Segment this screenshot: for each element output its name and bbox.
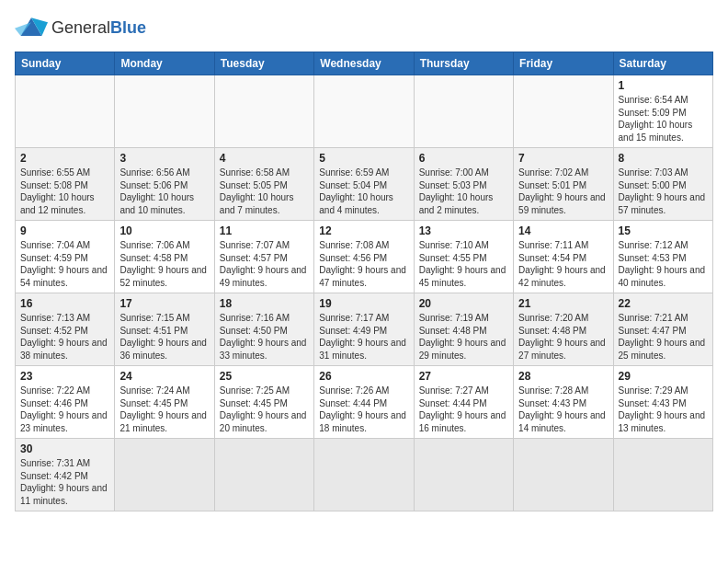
- calendar-cell: 22Sunrise: 7:21 AMSunset: 4:47 PMDayligh…: [613, 293, 712, 366]
- calendar-cell: 6Sunrise: 7:00 AMSunset: 5:03 PMDaylight…: [414, 148, 513, 221]
- calendar-cell: 15Sunrise: 7:12 AMSunset: 4:53 PMDayligh…: [613, 221, 712, 293]
- day-info: Sunrise: 7:12 AMSunset: 4:53 PMDaylight:…: [619, 239, 708, 289]
- calendar-cell: 10Sunrise: 7:06 AMSunset: 4:58 PMDayligh…: [115, 221, 214, 293]
- calendar-cell: 21Sunrise: 7:20 AMSunset: 4:48 PMDayligh…: [514, 293, 613, 366]
- day-number: 12: [319, 224, 408, 237]
- day-info: Sunrise: 7:04 AMSunset: 4:59 PMDaylight:…: [20, 239, 109, 289]
- calendar-cell: 5Sunrise: 6:59 AMSunset: 5:04 PMDaylight…: [314, 148, 414, 221]
- logo-icon: [15, 15, 48, 40]
- day-number: 4: [220, 152, 309, 165]
- day-number: 18: [220, 297, 309, 310]
- page-header: GeneralBlue: [15, 15, 713, 40]
- calendar-cell: [115, 75, 214, 148]
- day-info: Sunrise: 6:59 AMSunset: 5:04 PMDaylight:…: [319, 167, 408, 216]
- day-number: 28: [518, 370, 608, 383]
- day-info: Sunrise: 7:13 AMSunset: 4:52 PMDaylight:…: [20, 312, 109, 362]
- calendar-cell: 11Sunrise: 7:07 AMSunset: 4:57 PMDayligh…: [214, 221, 313, 293]
- calendar-week-row: 23Sunrise: 7:22 AMSunset: 4:46 PMDayligh…: [16, 366, 713, 439]
- day-info: Sunrise: 7:28 AMSunset: 4:43 PMDaylight:…: [518, 385, 608, 434]
- calendar-cell: [214, 75, 313, 148]
- calendar-cell: 14Sunrise: 7:11 AMSunset: 4:54 PMDayligh…: [514, 221, 613, 293]
- day-info: Sunrise: 7:25 AMSunset: 4:45 PMDaylight:…: [220, 385, 309, 434]
- day-number: 3: [119, 152, 209, 165]
- day-number: 10: [119, 224, 209, 237]
- calendar-cell: 3Sunrise: 6:56 AMSunset: 5:06 PMDaylight…: [115, 148, 214, 221]
- calendar-header-row: SundayMondayTuesdayWednesdayThursdayFrid…: [16, 52, 713, 75]
- day-info: Sunrise: 7:22 AMSunset: 4:46 PMDaylight:…: [20, 385, 109, 434]
- day-number: 21: [518, 297, 608, 310]
- day-info: Sunrise: 7:20 AMSunset: 4:48 PMDaylight:…: [518, 312, 608, 362]
- calendar-cell: [514, 439, 613, 511]
- day-number: 23: [20, 370, 109, 383]
- day-number: 27: [419, 370, 508, 383]
- calendar-cell: [414, 75, 513, 148]
- day-number: 11: [220, 224, 309, 237]
- day-number: 19: [319, 297, 408, 310]
- calendar-cell: 25Sunrise: 7:25 AMSunset: 4:45 PMDayligh…: [214, 366, 313, 439]
- day-info: Sunrise: 7:00 AMSunset: 5:03 PMDaylight:…: [419, 167, 508, 216]
- calendar-week-row: 30Sunrise: 7:31 AMSunset: 4:42 PMDayligh…: [16, 439, 713, 511]
- calendar-week-row: 1Sunrise: 6:54 AMSunset: 5:09 PMDaylight…: [16, 75, 713, 148]
- day-number: 2: [20, 152, 109, 165]
- calendar-cell: 28Sunrise: 7:28 AMSunset: 4:43 PMDayligh…: [514, 366, 613, 439]
- calendar-cell: 1Sunrise: 6:54 AMSunset: 5:09 PMDaylight…: [613, 75, 712, 148]
- col-header-friday: Friday: [514, 52, 613, 75]
- day-info: Sunrise: 7:29 AMSunset: 4:43 PMDaylight:…: [619, 385, 708, 434]
- day-info: Sunrise: 7:15 AMSunset: 4:51 PMDaylight:…: [119, 312, 209, 362]
- day-info: Sunrise: 7:10 AMSunset: 4:55 PMDaylight:…: [419, 239, 508, 289]
- day-number: 16: [20, 297, 109, 310]
- calendar-cell: 27Sunrise: 7:27 AMSunset: 4:44 PMDayligh…: [414, 366, 513, 439]
- calendar-cell: 18Sunrise: 7:16 AMSunset: 4:50 PMDayligh…: [214, 293, 313, 366]
- day-info: Sunrise: 7:03 AMSunset: 5:00 PMDaylight:…: [619, 167, 708, 216]
- day-number: 22: [619, 297, 708, 310]
- col-header-thursday: Thursday: [414, 52, 513, 75]
- calendar-cell: [314, 75, 414, 148]
- day-info: Sunrise: 6:54 AMSunset: 5:09 PMDaylight:…: [619, 94, 708, 144]
- col-header-saturday: Saturday: [613, 52, 712, 75]
- day-number: 13: [419, 224, 508, 237]
- calendar-week-row: 9Sunrise: 7:04 AMSunset: 4:59 PMDaylight…: [16, 221, 713, 293]
- calendar-cell: 8Sunrise: 7:03 AMSunset: 5:00 PMDaylight…: [613, 148, 712, 221]
- calendar-cell: 12Sunrise: 7:08 AMSunset: 4:56 PMDayligh…: [314, 221, 414, 293]
- calendar-week-row: 16Sunrise: 7:13 AMSunset: 4:52 PMDayligh…: [16, 293, 713, 366]
- calendar-cell: [414, 439, 513, 511]
- day-info: Sunrise: 7:08 AMSunset: 4:56 PMDaylight:…: [319, 239, 408, 289]
- calendar-cell: [514, 75, 613, 148]
- day-number: 20: [419, 297, 508, 310]
- day-number: 30: [20, 442, 109, 455]
- calendar-cell: 13Sunrise: 7:10 AMSunset: 4:55 PMDayligh…: [414, 221, 513, 293]
- col-header-wednesday: Wednesday: [314, 52, 414, 75]
- calendar-cell: [314, 439, 414, 511]
- day-number: 1: [619, 79, 708, 92]
- calendar-cell: 26Sunrise: 7:26 AMSunset: 4:44 PMDayligh…: [314, 366, 414, 439]
- calendar-cell: 16Sunrise: 7:13 AMSunset: 4:52 PMDayligh…: [16, 293, 115, 366]
- day-info: Sunrise: 7:21 AMSunset: 4:47 PMDaylight:…: [619, 312, 708, 362]
- calendar-table: SundayMondayTuesdayWednesdayThursdayFrid…: [15, 52, 713, 511]
- day-info: Sunrise: 7:27 AMSunset: 4:44 PMDaylight:…: [419, 385, 508, 434]
- calendar-cell: [16, 75, 115, 148]
- calendar-cell: [115, 439, 214, 511]
- day-number: 17: [119, 297, 209, 310]
- calendar-cell: 20Sunrise: 7:19 AMSunset: 4:48 PMDayligh…: [414, 293, 513, 366]
- logo: GeneralBlue: [15, 15, 146, 40]
- day-info: Sunrise: 7:11 AMSunset: 4:54 PMDaylight:…: [518, 239, 608, 289]
- calendar-cell: 2Sunrise: 6:55 AMSunset: 5:08 PMDaylight…: [16, 148, 115, 221]
- col-header-tuesday: Tuesday: [214, 52, 313, 75]
- day-number: 9: [20, 224, 109, 237]
- day-number: 15: [619, 224, 708, 237]
- day-info: Sunrise: 6:58 AMSunset: 5:05 PMDaylight:…: [220, 167, 309, 216]
- calendar-cell: 17Sunrise: 7:15 AMSunset: 4:51 PMDayligh…: [115, 293, 214, 366]
- day-info: Sunrise: 7:19 AMSunset: 4:48 PMDaylight:…: [419, 312, 508, 362]
- day-info: Sunrise: 7:02 AMSunset: 5:01 PMDaylight:…: [518, 167, 608, 216]
- day-number: 5: [319, 152, 408, 165]
- calendar-cell: [214, 439, 313, 511]
- calendar-week-row: 2Sunrise: 6:55 AMSunset: 5:08 PMDaylight…: [16, 148, 713, 221]
- day-info: Sunrise: 7:06 AMSunset: 4:58 PMDaylight:…: [119, 239, 209, 289]
- day-info: Sunrise: 7:16 AMSunset: 4:50 PMDaylight:…: [220, 312, 309, 362]
- col-header-monday: Monday: [115, 52, 214, 75]
- calendar-cell: 23Sunrise: 7:22 AMSunset: 4:46 PMDayligh…: [16, 366, 115, 439]
- day-number: 7: [518, 152, 608, 165]
- logo-text: GeneralBlue: [51, 18, 146, 38]
- day-info: Sunrise: 6:56 AMSunset: 5:06 PMDaylight:…: [119, 167, 209, 216]
- calendar-cell: 4Sunrise: 6:58 AMSunset: 5:05 PMDaylight…: [214, 148, 313, 221]
